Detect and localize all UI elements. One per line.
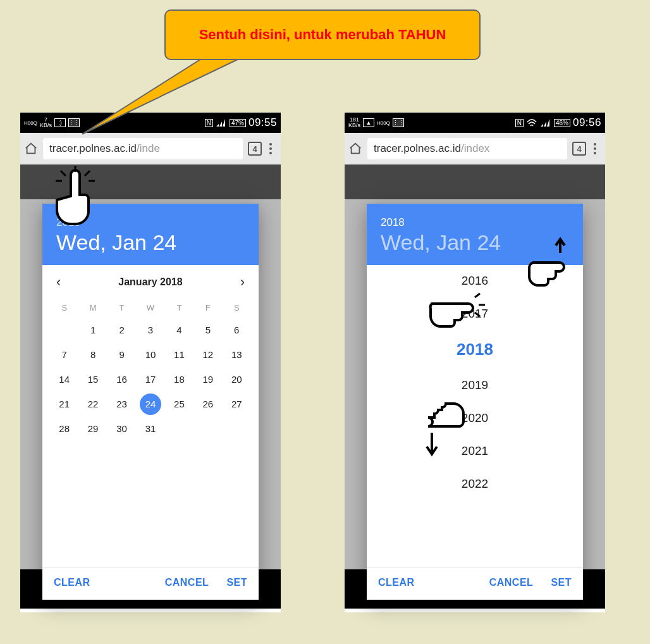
calendar-day[interactable]: 2: [107, 319, 136, 341]
svg-line-8: [475, 294, 480, 297]
page-content: Jenis Kelamin * 2018 Wed, Jan 24 2016201…: [345, 164, 605, 569]
calendar-day: [165, 418, 193, 440]
phone-left: H00Q 7KB/s :) ⋮⋮ N 47% 09:55 tracer.poln…: [20, 113, 281, 612]
calendar-day[interactable]: 5: [193, 319, 222, 341]
calendar-day[interactable]: 8: [78, 344, 107, 366]
day-header: S: [223, 299, 251, 316]
day-header: M: [78, 299, 107, 316]
set-button[interactable]: SET: [226, 577, 247, 588]
url-box[interactable]: tracer.polnes.ac.id/index: [367, 138, 567, 159]
callout-text: Sentuh disini, untuk merubah TAHUN: [199, 27, 446, 43]
calendar-day[interactable]: 20: [223, 368, 251, 390]
clear-button[interactable]: CLEAR: [54, 577, 90, 588]
nfc-icon: N: [515, 119, 524, 127]
kbs-unit: KB/s: [348, 123, 360, 128]
day-header: T: [165, 299, 193, 316]
calendar-day[interactable]: 25: [165, 393, 193, 415]
calendar-day[interactable]: 17: [136, 368, 164, 390]
svg-line-2: [61, 171, 66, 176]
browser-toolbar: tracer.polnes.ac.id/inde 4: [20, 133, 281, 164]
calendar-day[interactable]: 19: [193, 368, 222, 390]
calendar-day[interactable]: 29: [78, 418, 107, 440]
set-button[interactable]: SET: [551, 577, 572, 588]
calendar-day[interactable]: 28: [50, 418, 78, 440]
clear-button[interactable]: CLEAR: [378, 577, 415, 588]
url-host: tracer.polnes.ac.id: [49, 142, 137, 155]
home-icon[interactable]: [24, 142, 38, 156]
calendar-day[interactable]: 22: [78, 393, 107, 415]
calendar-day: [193, 418, 222, 440]
overflow-menu-icon[interactable]: [267, 143, 277, 154]
battery-pct: 46%: [554, 119, 570, 127]
calendar-day[interactable]: 15: [78, 368, 107, 390]
calendar-day[interactable]: 24: [136, 393, 164, 415]
swipe-up-hand-icon: [525, 234, 586, 297]
url-box[interactable]: tracer.polnes.ac.id/inde: [43, 138, 243, 159]
year-option[interactable]: 2019: [462, 375, 488, 396]
bbm-icon: ⋮⋮: [393, 118, 404, 127]
calendar-day[interactable]: 21: [50, 393, 78, 415]
picker-year-label[interactable]: 2018: [381, 216, 569, 229]
calendar-day[interactable]: 4: [165, 319, 193, 341]
year-option[interactable]: 2018: [457, 336, 493, 363]
bbm-icon: ⋮⋮: [68, 118, 80, 127]
tap-hand-icon: [47, 163, 104, 235]
wifi-icon: [526, 118, 537, 127]
prev-month-button[interactable]: ‹: [51, 274, 66, 290]
year-option[interactable]: 2016: [462, 270, 488, 292]
image-icon: ▲: [363, 118, 374, 127]
day-header: T: [107, 299, 136, 316]
calendar-day[interactable]: 1: [78, 319, 107, 341]
calendar-day: [223, 418, 251, 440]
calendar-day[interactable]: 30: [107, 418, 136, 440]
svg-line-10: [475, 313, 480, 316]
calendar-day[interactable]: 23: [107, 393, 136, 415]
calendar-day[interactable]: 7: [50, 344, 78, 366]
calendar-day[interactable]: 31: [136, 418, 164, 440]
month-nav: ‹ January 2018 ›: [42, 265, 259, 295]
svg-line-4: [85, 171, 90, 176]
calendar-grid: SMTWTFS123456789101112131415161718192021…: [42, 295, 259, 446]
url-path: /index: [461, 142, 489, 155]
calendar-day[interactable]: 12: [193, 344, 222, 366]
picker-actions: CLEAR CANCEL SET: [42, 567, 259, 600]
overflow-menu-icon[interactable]: [591, 143, 601, 154]
home-icon[interactable]: [348, 142, 362, 156]
picker-actions: CLEAR CANCEL SET: [367, 567, 583, 600]
url-path: /inde: [137, 142, 160, 155]
next-month-button[interactable]: ›: [235, 274, 250, 290]
calendar-day[interactable]: 27: [223, 393, 251, 415]
calendar-day[interactable]: 16: [107, 368, 136, 390]
sms-icon: :): [54, 118, 66, 127]
callout-bubble: Sentuh disini, untuk merubah TAHUN: [164, 9, 481, 60]
cancel-button[interactable]: CANCEL: [489, 577, 534, 588]
calendar-day[interactable]: 18: [165, 368, 193, 390]
calendar-day[interactable]: 26: [193, 393, 222, 415]
calendar-day[interactable]: 11: [165, 344, 193, 366]
calendar-day[interactable]: 13: [223, 344, 251, 366]
year-option[interactable]: 2022: [462, 473, 488, 495]
calendar-day[interactable]: 6: [223, 319, 251, 341]
day-header: S: [50, 299, 78, 316]
month-label: January 2018: [118, 276, 182, 288]
calendar-day[interactable]: 3: [136, 319, 164, 341]
tab-count[interactable]: 4: [572, 142, 586, 156]
calendar-day[interactable]: 10: [136, 344, 164, 366]
day-header: F: [193, 299, 222, 316]
calendar-day[interactable]: 9: [107, 344, 136, 366]
calendar-day[interactable]: 14: [50, 368, 78, 390]
clock: 09:56: [573, 116, 601, 129]
calendar-day: [50, 319, 78, 341]
url-host: tracer.polnes.ac.id: [374, 142, 461, 155]
date-picker: 2018 Wed, Jan 24 ‹ January 2018 › SMTWTF…: [42, 204, 259, 600]
phone-right: 181KB/s ▲ H00Q ⋮⋮ N 46% 09:56 tracer.pol…: [345, 113, 605, 612]
swipe-down-hand-icon: [394, 396, 470, 468]
tab-count[interactable]: 4: [248, 142, 262, 156]
kbs-unit: KB/s: [40, 123, 52, 128]
day-header: W: [136, 299, 164, 316]
signal-icon: [540, 118, 551, 127]
cancel-button[interactable]: CANCEL: [165, 577, 209, 588]
browser-toolbar: tracer.polnes.ac.id/index 4: [345, 133, 605, 164]
point-hand-icon: [426, 290, 489, 340]
status-bar: 181KB/s ▲ H00Q ⋮⋮ N 46% 09:56: [345, 113, 605, 133]
